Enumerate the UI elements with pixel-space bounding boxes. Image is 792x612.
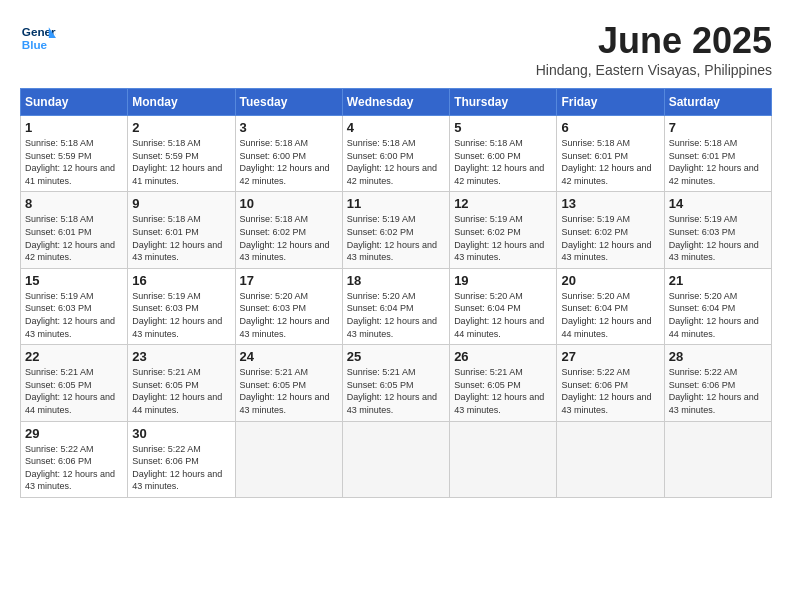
calendar-cell: 16Sunrise: 5:19 AMSunset: 6:03 PMDayligh… (128, 268, 235, 344)
calendar-cell: 13Sunrise: 5:19 AMSunset: 6:02 PMDayligh… (557, 192, 664, 268)
calendar-cell: 17Sunrise: 5:20 AMSunset: 6:03 PMDayligh… (235, 268, 342, 344)
day-info: Sunrise: 5:18 AMSunset: 6:01 PMDaylight:… (669, 137, 767, 187)
col-saturday: Saturday (664, 89, 771, 116)
calendar-cell: 30Sunrise: 5:22 AMSunset: 6:06 PMDayligh… (128, 421, 235, 497)
day-number: 3 (240, 120, 338, 135)
day-info: Sunrise: 5:20 AMSunset: 6:04 PMDaylight:… (347, 290, 445, 340)
day-number: 14 (669, 196, 767, 211)
day-number: 28 (669, 349, 767, 364)
calendar-cell: 28Sunrise: 5:22 AMSunset: 6:06 PMDayligh… (664, 345, 771, 421)
calendar-cell: 15Sunrise: 5:19 AMSunset: 6:03 PMDayligh… (21, 268, 128, 344)
day-number: 24 (240, 349, 338, 364)
day-number: 13 (561, 196, 659, 211)
day-number: 25 (347, 349, 445, 364)
calendar-cell: 18Sunrise: 5:20 AMSunset: 6:04 PMDayligh… (342, 268, 449, 344)
calendar-cell: 29Sunrise: 5:22 AMSunset: 6:06 PMDayligh… (21, 421, 128, 497)
day-info: Sunrise: 5:18 AMSunset: 6:00 PMDaylight:… (454, 137, 552, 187)
day-number: 27 (561, 349, 659, 364)
day-info: Sunrise: 5:22 AMSunset: 6:06 PMDaylight:… (561, 366, 659, 416)
month-title: June 2025 (536, 20, 772, 62)
calendar-cell: 2Sunrise: 5:18 AMSunset: 5:59 PMDaylight… (128, 116, 235, 192)
day-info: Sunrise: 5:20 AMSunset: 6:04 PMDaylight:… (669, 290, 767, 340)
day-number: 7 (669, 120, 767, 135)
col-thursday: Thursday (450, 89, 557, 116)
calendar-cell: 26Sunrise: 5:21 AMSunset: 6:05 PMDayligh… (450, 345, 557, 421)
calendar-cell (235, 421, 342, 497)
day-number: 20 (561, 273, 659, 288)
week-row-1: 1Sunrise: 5:18 AMSunset: 5:59 PMDaylight… (21, 116, 772, 192)
day-info: Sunrise: 5:19 AMSunset: 6:02 PMDaylight:… (454, 213, 552, 263)
calendar-cell: 3Sunrise: 5:18 AMSunset: 6:00 PMDaylight… (235, 116, 342, 192)
calendar-cell: 25Sunrise: 5:21 AMSunset: 6:05 PMDayligh… (342, 345, 449, 421)
day-info: Sunrise: 5:21 AMSunset: 6:05 PMDaylight:… (132, 366, 230, 416)
day-info: Sunrise: 5:22 AMSunset: 6:06 PMDaylight:… (132, 443, 230, 493)
calendar-cell: 12Sunrise: 5:19 AMSunset: 6:02 PMDayligh… (450, 192, 557, 268)
calendar-cell: 11Sunrise: 5:19 AMSunset: 6:02 PMDayligh… (342, 192, 449, 268)
day-info: Sunrise: 5:18 AMSunset: 5:59 PMDaylight:… (132, 137, 230, 187)
day-number: 11 (347, 196, 445, 211)
day-info: Sunrise: 5:22 AMSunset: 6:06 PMDaylight:… (25, 443, 123, 493)
day-info: Sunrise: 5:18 AMSunset: 6:00 PMDaylight:… (240, 137, 338, 187)
calendar-cell: 21Sunrise: 5:20 AMSunset: 6:04 PMDayligh… (664, 268, 771, 344)
day-number: 19 (454, 273, 552, 288)
calendar-cell: 10Sunrise: 5:18 AMSunset: 6:02 PMDayligh… (235, 192, 342, 268)
day-info: Sunrise: 5:18 AMSunset: 6:01 PMDaylight:… (561, 137, 659, 187)
logo-icon: General Blue (20, 20, 56, 56)
day-info: Sunrise: 5:20 AMSunset: 6:04 PMDaylight:… (454, 290, 552, 340)
day-info: Sunrise: 5:18 AMSunset: 6:00 PMDaylight:… (347, 137, 445, 187)
day-number: 18 (347, 273, 445, 288)
calendar-cell (342, 421, 449, 497)
day-number: 22 (25, 349, 123, 364)
col-wednesday: Wednesday (342, 89, 449, 116)
day-info: Sunrise: 5:20 AMSunset: 6:03 PMDaylight:… (240, 290, 338, 340)
day-number: 9 (132, 196, 230, 211)
calendar-cell: 24Sunrise: 5:21 AMSunset: 6:05 PMDayligh… (235, 345, 342, 421)
title-area: June 2025 Hindang, Eastern Visayas, Phil… (536, 20, 772, 78)
week-row-5: 29Sunrise: 5:22 AMSunset: 6:06 PMDayligh… (21, 421, 772, 497)
day-info: Sunrise: 5:19 AMSunset: 6:02 PMDaylight:… (347, 213, 445, 263)
day-number: 23 (132, 349, 230, 364)
calendar-cell: 7Sunrise: 5:18 AMSunset: 6:01 PMDaylight… (664, 116, 771, 192)
day-number: 17 (240, 273, 338, 288)
week-row-2: 8Sunrise: 5:18 AMSunset: 6:01 PMDaylight… (21, 192, 772, 268)
day-number: 21 (669, 273, 767, 288)
calendar-cell: 6Sunrise: 5:18 AMSunset: 6:01 PMDaylight… (557, 116, 664, 192)
calendar-cell (450, 421, 557, 497)
calendar-cell: 1Sunrise: 5:18 AMSunset: 5:59 PMDaylight… (21, 116, 128, 192)
calendar-cell: 5Sunrise: 5:18 AMSunset: 6:00 PMDaylight… (450, 116, 557, 192)
day-info: Sunrise: 5:18 AMSunset: 6:01 PMDaylight:… (25, 213, 123, 263)
calendar: Sunday Monday Tuesday Wednesday Thursday… (20, 88, 772, 498)
calendar-cell: 27Sunrise: 5:22 AMSunset: 6:06 PMDayligh… (557, 345, 664, 421)
day-info: Sunrise: 5:18 AMSunset: 6:02 PMDaylight:… (240, 213, 338, 263)
svg-text:Blue: Blue (22, 38, 48, 51)
day-number: 4 (347, 120, 445, 135)
calendar-cell: 8Sunrise: 5:18 AMSunset: 6:01 PMDaylight… (21, 192, 128, 268)
day-info: Sunrise: 5:18 AMSunset: 5:59 PMDaylight:… (25, 137, 123, 187)
calendar-cell: 23Sunrise: 5:21 AMSunset: 6:05 PMDayligh… (128, 345, 235, 421)
calendar-cell: 4Sunrise: 5:18 AMSunset: 6:00 PMDaylight… (342, 116, 449, 192)
col-sunday: Sunday (21, 89, 128, 116)
calendar-cell: 14Sunrise: 5:19 AMSunset: 6:03 PMDayligh… (664, 192, 771, 268)
day-info: Sunrise: 5:21 AMSunset: 6:05 PMDaylight:… (347, 366, 445, 416)
week-row-4: 22Sunrise: 5:21 AMSunset: 6:05 PMDayligh… (21, 345, 772, 421)
day-info: Sunrise: 5:21 AMSunset: 6:05 PMDaylight:… (454, 366, 552, 416)
col-friday: Friday (557, 89, 664, 116)
calendar-cell (557, 421, 664, 497)
week-row-3: 15Sunrise: 5:19 AMSunset: 6:03 PMDayligh… (21, 268, 772, 344)
calendar-cell: 19Sunrise: 5:20 AMSunset: 6:04 PMDayligh… (450, 268, 557, 344)
day-number: 5 (454, 120, 552, 135)
day-number: 29 (25, 426, 123, 441)
day-number: 6 (561, 120, 659, 135)
day-number: 26 (454, 349, 552, 364)
day-info: Sunrise: 5:22 AMSunset: 6:06 PMDaylight:… (669, 366, 767, 416)
day-number: 12 (454, 196, 552, 211)
day-info: Sunrise: 5:19 AMSunset: 6:02 PMDaylight:… (561, 213, 659, 263)
day-info: Sunrise: 5:21 AMSunset: 6:05 PMDaylight:… (25, 366, 123, 416)
calendar-header-row: Sunday Monday Tuesday Wednesday Thursday… (21, 89, 772, 116)
day-number: 8 (25, 196, 123, 211)
col-tuesday: Tuesday (235, 89, 342, 116)
day-number: 15 (25, 273, 123, 288)
day-info: Sunrise: 5:20 AMSunset: 6:04 PMDaylight:… (561, 290, 659, 340)
calendar-cell: 20Sunrise: 5:20 AMSunset: 6:04 PMDayligh… (557, 268, 664, 344)
day-info: Sunrise: 5:18 AMSunset: 6:01 PMDaylight:… (132, 213, 230, 263)
